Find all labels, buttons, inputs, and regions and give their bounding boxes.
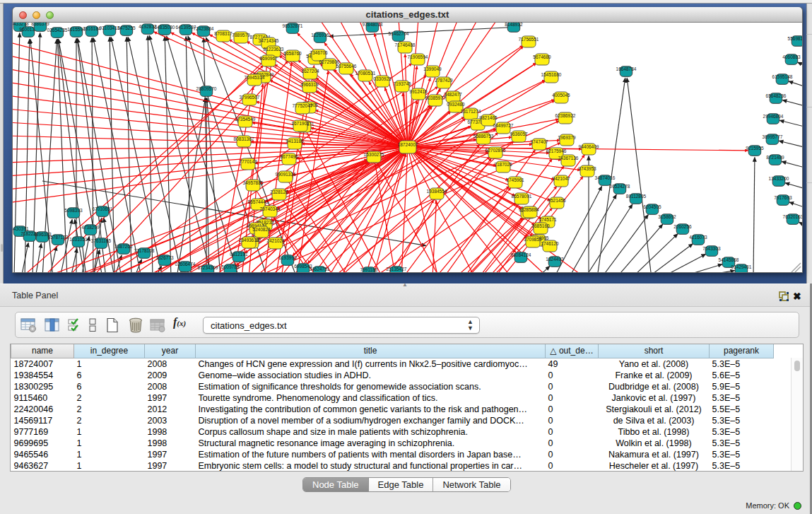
svg-text:1627204: 1627204	[301, 69, 319, 74]
svg-text:9421047: 9421047	[552, 176, 570, 181]
svg-text:87234309: 87234309	[198, 265, 218, 270]
svg-text:7991183: 7991183	[360, 267, 378, 272]
svg-text:36995777: 36995777	[763, 134, 783, 139]
svg-text:34714345: 34714345	[259, 38, 279, 43]
svg-text:2787429: 2787429	[435, 78, 453, 83]
svg-text:2421024: 2421024	[266, 238, 285, 243]
svg-text:60385977: 60385977	[425, 95, 446, 100]
svg-text:8148932: 8148932	[505, 23, 523, 27]
svg-text:34624751: 34624751	[310, 267, 330, 271]
svg-text:7917693: 7917693	[774, 195, 792, 200]
svg-text:3387262: 3387262	[114, 244, 133, 249]
svg-text:7187026: 7187026	[494, 162, 512, 167]
svg-text:1824493: 1824493	[546, 257, 564, 262]
svg-text:7543303: 7543303	[702, 246, 721, 251]
svg-text:71756551: 71756551	[519, 37, 539, 42]
svg-text:5430391: 5430391	[13, 226, 29, 231]
svg-text:02654235: 02654235	[47, 28, 68, 33]
svg-text:0812191: 0812191	[230, 252, 248, 257]
svg-text:67010651: 67010651	[93, 206, 113, 211]
svg-text:00524278: 00524278	[610, 184, 630, 189]
svg-text:55698169: 55698169	[788, 36, 802, 41]
svg-text:3158692: 3158692	[658, 214, 676, 219]
svg-text:7816184: 7816184	[83, 26, 101, 31]
svg-text:79740344: 79740344	[260, 206, 281, 211]
svg-text:6658760: 6658760	[283, 51, 302, 56]
svg-text:61595148: 61595148	[772, 74, 793, 79]
svg-text:15300275: 15300275	[364, 152, 384, 157]
svg-text:5009788: 5009788	[221, 264, 240, 269]
svg-text:65787133: 65787133	[48, 235, 69, 240]
svg-text:4005045: 4005045	[552, 93, 570, 98]
svg-text:71906594: 71906594	[408, 54, 428, 59]
svg-text:6690967: 6690967	[259, 56, 278, 61]
svg-text:2328120: 2328120	[270, 189, 288, 194]
svg-text:53755646: 53755646	[336, 64, 357, 69]
svg-text:02606474: 02606474	[175, 262, 196, 267]
svg-text:5674680: 5674680	[533, 54, 551, 59]
svg-text:1226916: 1226916	[311, 33, 329, 37]
svg-text:3685160: 3685160	[531, 223, 550, 228]
svg-text:16648784: 16648784	[616, 66, 637, 71]
svg-text:98084124: 98084124	[511, 252, 531, 257]
svg-text:81223623: 81223623	[264, 47, 284, 52]
svg-text:28809570: 28809570	[196, 86, 217, 91]
svg-text:2260256: 2260256	[673, 224, 692, 229]
svg-text:8677496: 8677496	[280, 154, 298, 159]
svg-text:4745171: 4745171	[539, 217, 557, 222]
svg-text:9821465: 9821465	[479, 115, 498, 120]
svg-text:82175946: 82175946	[546, 148, 567, 153]
svg-text:13433200: 13433200	[769, 176, 789, 181]
svg-text:74367136: 74367136	[558, 156, 579, 160]
svg-text:17080531: 17080531	[355, 71, 376, 76]
svg-text:27354549: 27354549	[235, 117, 256, 122]
svg-text:1745961: 1745961	[506, 177, 524, 182]
svg-text:5240824: 5240824	[252, 227, 271, 232]
svg-text:51462704: 51462704	[389, 31, 409, 36]
svg-text:4060883: 4060883	[782, 54, 801, 59]
svg-text:62386922: 62386922	[555, 113, 576, 118]
svg-text:4738299: 4738299	[81, 225, 100, 230]
svg-text:6475255: 6475255	[117, 25, 136, 30]
svg-text:1031051: 1031051	[69, 237, 88, 242]
svg-text:13171274: 13171274	[461, 109, 481, 114]
svg-text:94406409: 94406409	[579, 144, 599, 149]
svg-text:0433218: 0433218	[13, 23, 29, 26]
svg-text:18724007: 18724007	[398, 142, 418, 147]
svg-text:7193745: 7193745	[393, 81, 411, 86]
svg-text:71746488: 71746488	[395, 42, 416, 47]
svg-text:8708317: 8708317	[214, 31, 233, 36]
svg-text:8386379: 8386379	[31, 23, 49, 26]
svg-text:0330923: 0330923	[373, 76, 392, 81]
svg-text:3747407: 3747407	[530, 139, 548, 144]
svg-text:19384554: 19384554	[427, 189, 447, 194]
svg-text:9912419: 9912419	[409, 89, 428, 94]
svg-text:1969379: 1969379	[558, 135, 576, 140]
svg-text:37996507: 37996507	[240, 95, 260, 100]
svg-text:64835030: 64835030	[155, 25, 175, 30]
svg-text:72423884: 72423884	[194, 26, 214, 31]
svg-text:9636057: 9636057	[510, 132, 528, 136]
svg-text:8721489: 8721489	[766, 155, 784, 160]
svg-text:1326773: 1326773	[155, 255, 174, 260]
svg-text:13493618: 13493618	[239, 238, 259, 243]
svg-text:9413186: 9413186	[286, 139, 304, 144]
svg-text:7889579: 7889579	[232, 33, 250, 37]
svg-text:55886753: 55886753	[473, 134, 494, 139]
svg-text:4966319: 4966319	[300, 82, 319, 87]
svg-text:9521456: 9521456	[548, 198, 566, 203]
svg-text:77752047: 77752047	[293, 103, 313, 108]
svg-text:37631165: 37631165	[91, 238, 112, 243]
svg-text:62702895: 62702895	[486, 148, 506, 153]
svg-text:3709859: 3709859	[524, 237, 542, 242]
svg-text:86578091: 86578091	[512, 194, 532, 199]
svg-text:9743953: 9743953	[578, 166, 596, 171]
svg-text:9215955: 9215955	[746, 146, 764, 151]
svg-text:01429401: 01429401	[731, 264, 752, 269]
svg-text:3285884: 3285884	[521, 207, 539, 212]
svg-text:1746120: 1746120	[541, 241, 559, 246]
svg-text:99091334: 99091334	[276, 172, 296, 177]
svg-text:76945314: 76945314	[245, 75, 265, 80]
svg-text:5098393: 5098393	[64, 208, 83, 213]
svg-text:7346706: 7346706	[310, 50, 328, 55]
